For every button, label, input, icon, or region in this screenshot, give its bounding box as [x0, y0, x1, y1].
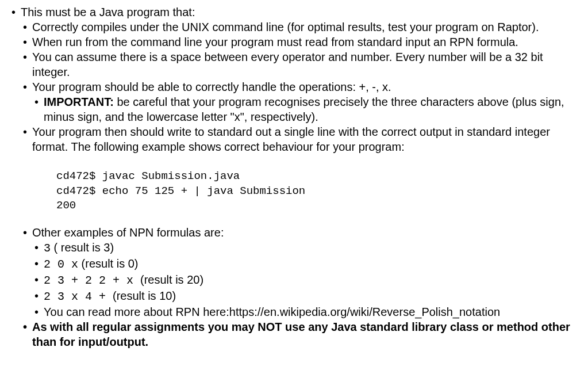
list-item: IMPORTANT: be careful that your program … [0, 94, 571, 124]
list-item: Your program then should write to standa… [0, 124, 571, 154]
text: Other examples of NPN formulas are: [32, 226, 224, 239]
list-item: 3 ( result is 3) [0, 240, 571, 256]
bullet-list: This must be a Java program that: Correc… [0, 5, 571, 154]
list-item: Your program should be able to correctly… [0, 79, 571, 94]
bullet-list: Other examples of NPN formulas are: 3 ( … [0, 225, 571, 349]
list-item: 2 3 x 4 + (result is 10) [0, 288, 571, 304]
document-content: This must be a Java program that: Correc… [0, 5, 588, 349]
list-item: Other examples of NPN formulas are: [0, 225, 571, 240]
text: You can assume there is a space between … [32, 51, 543, 78]
list-item: You can assume there is a space between … [0, 49, 571, 79]
list-item: You can read more about RPN here:https:/… [0, 304, 571, 319]
text: Your program then should write to standa… [32, 125, 550, 153]
formula-result: ( result is 3) [51, 241, 114, 254]
formula-result: (result is 20) [140, 273, 203, 286]
code-example: cd472$ javac Submission.java cd472$ echo… [0, 154, 571, 225]
list-item: 2 0 x (result is 0) [0, 256, 571, 272]
formula-result: (result is 0) [78, 257, 138, 270]
text: Correctly compiles under the UNIX comman… [32, 21, 539, 33]
formula-result: (result is 10) [113, 289, 176, 302]
list-item: When run from the command line your prog… [0, 35, 571, 49]
list-item: 2 3 + 2 2 + x (result is 20) [0, 272, 571, 288]
formula-code: 2 3 x 4 + [44, 290, 113, 303]
formula-code: 2 3 + 2 2 + x [44, 274, 140, 287]
formula-code: 3 [44, 242, 51, 255]
list-item: Correctly compiles under the UNIX comman… [0, 20, 571, 35]
text: Your program should be able to correctly… [32, 81, 391, 93]
list-item: As with all regular assignments you may … [0, 319, 571, 349]
important-label: IMPORTANT: [44, 96, 114, 108]
formula-code: 2 0 x [44, 258, 78, 271]
text: This must be a Java program that: [21, 6, 195, 18]
list-item: This must be a Java program that: [0, 5, 571, 20]
text: be careful that your program recognises … [44, 96, 564, 123]
text: When run from the command line your prog… [32, 36, 518, 48]
text: As with all regular assignments you may … [32, 321, 570, 348]
text: You can read more about RPN here:https:/… [44, 306, 500, 318]
